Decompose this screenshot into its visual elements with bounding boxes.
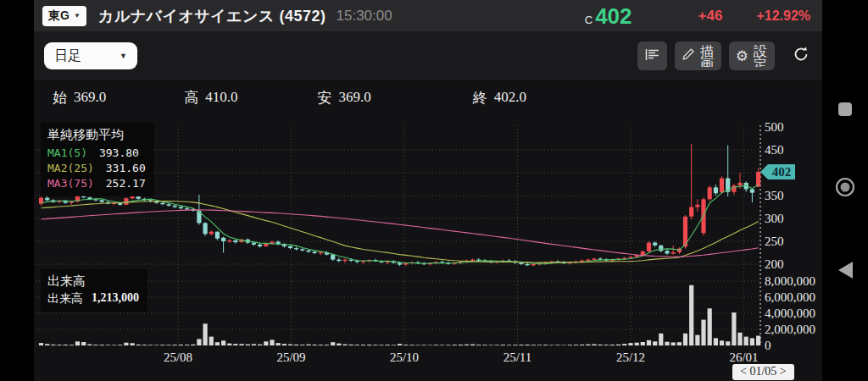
ma3-label: MA3(75) [47,176,94,191]
ma2-value: 331.60 [106,161,146,176]
chart-app: 東G ▼ カルナバイオサイエンス (4572) 15:30:00 C 402 +… [34,0,822,381]
clock-text: 15:30:00 [337,8,392,25]
refresh-icon [792,45,810,67]
ma3-value: 252.17 [106,176,146,191]
timeframe-select[interactable]: 日足 ▼ [44,42,137,69]
draw-button-label: 描画 [700,45,715,67]
svg-text:2,000,000: 2,000,000 [765,323,815,336]
pencil-icon [682,47,695,64]
market-selector-label: 東G [48,8,70,24]
ma1-value: 393.80 [99,146,139,161]
svg-text:25/09: 25/09 [276,351,305,364]
svg-text:500: 500 [765,120,784,134]
svg-text:350: 350 [765,189,784,202]
volume-value: 1,213,000 [92,291,139,306]
ohlc-row: 始 369.0 高 410.0 安 369.0 終 402.0 [34,81,822,113]
back-triangle-icon[interactable] [831,259,860,284]
home-circle-icon[interactable] [829,175,861,202]
volume-legend: 出来高 出来高 1,213,000 [41,269,147,312]
svg-text:8,000,000: 8,000,000 [765,274,815,288]
timeframe-label: 日足 [54,47,81,65]
settings-button[interactable]: ⚙ 設定 [729,41,775,70]
svg-text:200: 200 [765,257,784,271]
price-group: C 402 [585,5,632,27]
close-value: 402.0 [494,89,526,106]
price-change: +46 [698,8,723,25]
volume-label: 出来高 [47,291,83,306]
indicator-list-icon [644,47,660,65]
ma3-row: MA3(75) 252.17 [47,176,146,191]
chevron-down-icon: ▼ [120,52,127,60]
market-selector[interactable]: 東G ▼ [42,6,86,26]
svg-text:4,000,000: 4,000,000 [765,306,815,320]
page-indicator[interactable]: < 01/05 > [732,364,794,380]
high-value: 410.0 [205,89,237,106]
ma2-row: MA2(25) 331.60 [47,161,146,176]
close-label: 終 [473,88,487,108]
recents-square-icon[interactable] [832,100,859,121]
high-stat: 高 410.0 [184,88,237,108]
open-value: 369.0 [74,89,106,106]
volume-row: 出来高 1,213,000 [47,291,139,306]
settings-button-label: 設定 [754,45,768,67]
svg-text:25/12: 25/12 [616,351,645,364]
ma1-label: MA1(5) [47,146,87,161]
ma1-row: MA1(5) 393.80 [47,146,146,161]
svg-text:450: 450 [765,143,784,157]
toolbar: 日足 ▼ 描画 [34,31,822,81]
page-title: カルナバイオサイエンス (4572) [98,6,326,26]
chevron-down-icon: ▼ [74,12,81,19]
svg-text:402: 402 [772,165,792,179]
open-label: 始 [53,88,67,108]
ma-legend: 単純移動平均 MA1(5) 393.80 MA2(25) 331.60 MA3(… [41,123,154,196]
close-stat: 終 402.0 [473,88,526,108]
svg-text:25/08: 25/08 [164,351,192,364]
screen: 東G ▼ カルナバイオサイエンス (4572) 15:30:00 C 402 +… [0,0,868,381]
gear-icon: ⚙ [736,49,748,64]
draw-button[interactable]: 描画 [675,41,721,70]
high-label: 高 [184,88,198,108]
svg-text:6,000,000: 6,000,000 [765,290,815,304]
ma2-label: MA2(25) [47,161,94,176]
indicator-list-button[interactable] [637,41,667,70]
last-price: 402 [595,5,632,27]
open-stat: 始 369.0 [53,88,106,108]
svg-text:250: 250 [765,235,784,248]
low-label: 安 [318,88,332,108]
volume-legend-title: 出来高 [47,273,139,290]
low-value: 369.0 [339,89,371,106]
svg-text:0: 0 [765,339,771,352]
svg-text:26/01: 26/01 [729,351,758,364]
refresh-button[interactable] [792,41,810,70]
close-flag: C [585,14,593,26]
chart-canvas[interactable]: 5004503503002502008,000,0006,000,0004,00… [34,119,822,381]
svg-text:25/11: 25/11 [504,351,532,364]
toolbar-actions: 描画 ⚙ 設定 [630,41,822,70]
low-stat: 安 369.0 [318,88,371,108]
left-notch-area [0,0,34,381]
header-bar: 東G ▼ カルナバイオサイエンス (4572) 15:30:00 C 402 +… [34,0,822,31]
ma-legend-title: 単純移動平均 [47,127,146,143]
svg-text:300: 300 [765,212,784,225]
svg-text:25/10: 25/10 [390,351,419,364]
android-nav-bar [822,0,868,381]
price-change-percent: +12.92% [756,8,810,24]
